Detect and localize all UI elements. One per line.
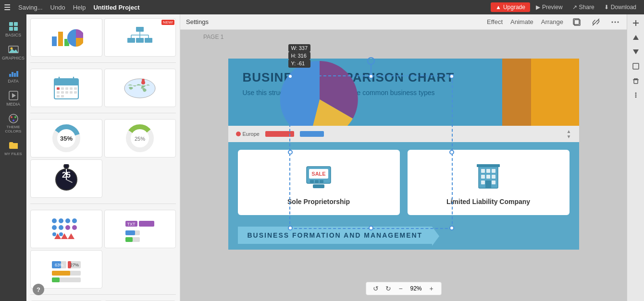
preview-button[interactable]: ▶ Preview: [532, 2, 567, 12]
canvas-scroll[interactable]: PAGE 1 W: 337 X: 41 ↺ 0°: [180, 30, 627, 301]
resize-button[interactable]: [629, 60, 643, 73]
asset-bar-63-27[interactable]: 63% 27%: [30, 250, 102, 289]
scroll-arrows[interactable]: ▲ ▼: [567, 129, 571, 139]
y-value: -61: [297, 60, 305, 66]
svg-rect-36: [61, 87, 64, 90]
svg-point-64: [65, 218, 70, 223]
copy-icon-button[interactable]: [571, 16, 582, 28]
add-element-button[interactable]: [629, 16, 643, 30]
svg-point-155: [635, 93, 636, 94]
height-label: H:: [291, 53, 297, 59]
svg-rect-138: [481, 175, 485, 179]
svg-rect-91: [52, 277, 60, 282]
svg-point-62: [52, 218, 57, 223]
asset-pie-green[interactable]: 25%: [104, 119, 176, 157]
svg-rect-9: [14, 73, 16, 77]
svg-rect-45: [57, 95, 60, 97]
link-icon-button[interactable]: [590, 16, 602, 28]
move-down-button[interactable]: [629, 45, 643, 59]
asset-world-map[interactable]: [104, 69, 176, 107]
width-label: W:: [291, 45, 297, 51]
share-button[interactable]: ↗ Share: [569, 2, 598, 12]
svg-rect-41: [61, 91, 64, 94]
zoom-minus-button[interactable]: −: [396, 284, 406, 293]
svg-marker-148: [633, 49, 639, 54]
help-button[interactable]: ?: [33, 284, 44, 295]
zoom-level: 92%: [409, 285, 424, 292]
svg-point-61: [64, 164, 69, 169]
svg-point-63: [59, 218, 63, 223]
zoom-plus-button[interactable]: +: [427, 284, 436, 293]
sidebar-item-data[interactable]: DATA: [0, 64, 26, 86]
graphics-icon: [8, 44, 19, 55]
undo-button[interactable]: Undo: [50, 4, 65, 11]
asset-timer-25[interactable]: 25: [30, 159, 102, 198]
menu-icon[interactable]: ☰: [4, 3, 11, 12]
upgrade-icon: ▲: [495, 4, 501, 11]
svg-text:35%: 35%: [60, 135, 73, 142]
zoom-bar: ↺ ↻ − 92% +: [366, 282, 442, 295]
svg-rect-8: [12, 72, 13, 77]
svg-line-123: [594, 21, 597, 24]
left-sidebar: BASICS GRAPHICS DATA MEDIA: [0, 14, 26, 301]
sale-register-icon: SALE: [299, 159, 338, 193]
main-layout: BASICS GRAPHICS DATA MEDIA: [0, 14, 644, 301]
svg-rect-81: [125, 237, 133, 242]
asset-donut-35[interactable]: 35%: [30, 119, 102, 157]
svg-rect-144: [477, 164, 500, 167]
redo-canvas-button[interactable]: ↻: [384, 284, 393, 293]
help-menu-button[interactable]: Help: [73, 4, 86, 11]
download-icon: ⬇: [604, 4, 609, 11]
effect-button[interactable]: Effect: [487, 18, 503, 25]
divider-4: [30, 294, 176, 295]
settings-bar: Settings Effect Animate Arrange: [180, 14, 627, 30]
svg-rect-130: [310, 180, 314, 183]
assets-panel: NEW!: [26, 14, 180, 301]
asset-dots-triangles[interactable]: [30, 210, 102, 248]
chart-legend-row: Europe ▲ ▼: [228, 126, 579, 142]
svg-rect-133: [313, 184, 324, 188]
upgrade-button[interactable]: ▲ Upgrade: [491, 2, 530, 12]
sidebar-item-theme-colors[interactable]: THEME COLORS: [0, 110, 26, 136]
media-icon: [8, 90, 19, 101]
svg-rect-1: [14, 22, 18, 26]
svg-rect-142: [492, 181, 495, 184]
svg-marker-147: [633, 35, 639, 40]
sidebar-item-media[interactable]: MEDIA: [0, 87, 26, 109]
delete-button[interactable]: [629, 74, 643, 87]
asset-grid-clocks: Premium Premium Min 45: [26, 297, 180, 301]
asset-grid-gauges: 35% 25% 25: [26, 115, 180, 202]
svg-rect-135: [481, 169, 485, 173]
asset-bar-pie-chart[interactable]: [30, 18, 102, 57]
svg-text:TXT: TXT: [127, 222, 136, 227]
svg-point-124: [615, 21, 616, 23]
formation-section: BUSINESS FORMATION AND MANAGEMENT: [228, 223, 579, 250]
svg-rect-77: [139, 221, 154, 227]
topbar: ☰ Saving... Undo Help Untitled Project ▲…: [0, 0, 644, 14]
svg-point-126: [612, 21, 613, 23]
more-options-button[interactable]: [609, 16, 621, 28]
arrange-button[interactable]: Arrange: [541, 18, 563, 25]
play-icon: ▶: [536, 4, 540, 11]
move-up-button[interactable]: [629, 31, 643, 44]
svg-rect-149: [633, 63, 639, 69]
svg-marker-6: [9, 49, 18, 53]
transform-display-2: H: 316 Y: -61: [288, 52, 310, 67]
sidebar-item-graphics[interactable]: GRAPHICS: [0, 41, 26, 63]
asset-text-bars[interactable]: TXT: [104, 210, 176, 248]
sidebar-item-basics[interactable]: BASICS: [0, 18, 26, 40]
animate-button[interactable]: Animate: [510, 18, 533, 25]
asset-grid-misc: TXT 63% 27%: [26, 206, 180, 292]
undo-canvas-button[interactable]: ↺: [371, 284, 381, 293]
more-button[interactable]: [629, 88, 643, 102]
sidebar-item-my-files[interactable]: MY FILES: [0, 137, 26, 159]
canvas-area: Settings Effect Animate Arrange PAGE 1: [180, 14, 627, 301]
svg-text:63%: 63%: [55, 263, 63, 267]
project-title[interactable]: Untitled Project: [93, 4, 139, 11]
svg-point-15: [14, 116, 16, 118]
download-button[interactable]: ⬇ Download: [600, 2, 640, 12]
asset-calendar[interactable]: [30, 69, 102, 107]
asset-org-chart[interactable]: NEW!: [104, 18, 176, 57]
pie-chart-floating: [276, 59, 363, 126]
svg-point-68: [65, 225, 70, 230]
